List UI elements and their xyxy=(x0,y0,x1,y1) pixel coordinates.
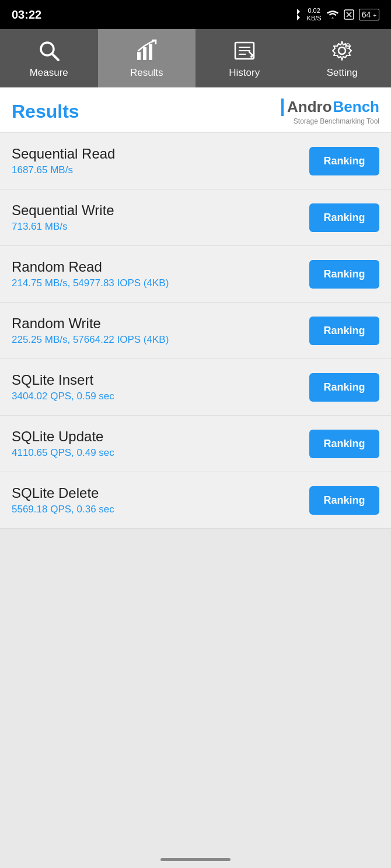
result-value: 225.25 MB/s, 57664.22 IOPS (4KB) xyxy=(12,334,309,346)
svg-rect-3 xyxy=(137,52,141,60)
tab-setting-label: Setting xyxy=(327,67,358,79)
svg-rect-5 xyxy=(149,44,152,60)
svg-line-2 xyxy=(52,54,58,60)
result-row: SQLite Update4110.65 QPS, 0.49 secRankin… xyxy=(0,416,391,472)
network-speed: 0.02KB/S xyxy=(307,7,322,22)
result-value: 713.61 MB/s xyxy=(12,221,309,233)
result-name: SQLite Insert xyxy=(12,372,309,388)
tab-history-label: History xyxy=(229,67,260,79)
ranking-button[interactable]: Ranking xyxy=(309,260,379,289)
svg-point-10 xyxy=(250,55,253,58)
tab-setting[interactable]: Setting xyxy=(294,29,392,87)
svg-point-11 xyxy=(338,47,345,54)
result-value: 4110.65 QPS, 0.49 sec xyxy=(12,447,309,459)
result-info: Random Read214.75 MB/s, 54977.83 IOPS (4… xyxy=(12,259,309,289)
measure-icon xyxy=(36,38,62,64)
bottom-indicator xyxy=(160,858,231,861)
result-info: Sequential Read1687.65 MB/s xyxy=(12,146,309,176)
result-row: Random Write225.25 MB/s, 57664.22 IOPS (… xyxy=(0,303,391,359)
ranking-button[interactable]: Ranking xyxy=(309,430,379,458)
result-name: Random Write xyxy=(12,315,309,332)
setting-icon xyxy=(329,38,355,64)
nav-tabs: Measure Results History xyxy=(0,29,391,87)
result-info: SQLite Insert3404.02 QPS, 0.59 sec xyxy=(12,372,309,402)
result-name: SQLite Delete xyxy=(12,485,309,501)
svg-rect-4 xyxy=(143,47,146,60)
results-icon xyxy=(134,38,159,64)
result-row: SQLite Insert3404.02 QPS, 0.59 secRankin… xyxy=(0,359,391,416)
battery-level: 64 + xyxy=(359,9,379,20)
result-value: 5569.18 QPS, 0.36 sec xyxy=(12,504,309,515)
tab-measure[interactable]: Measure xyxy=(0,29,98,87)
page-title: Results xyxy=(12,101,79,122)
ranking-button[interactable]: Ranking xyxy=(309,317,379,345)
result-info: SQLite Update4110.65 QPS, 0.49 sec xyxy=(12,428,309,459)
brand-logo: AndroBench Storage Benchmarking Tool xyxy=(281,98,379,125)
result-row: Sequential Read1687.65 MB/sRanking xyxy=(0,133,391,189)
result-value: 3404.02 QPS, 0.59 sec xyxy=(12,391,309,402)
brand-subtitle: Storage Benchmarking Tool xyxy=(294,117,379,125)
history-icon xyxy=(232,38,257,64)
brand-bar xyxy=(281,99,284,116)
status-bar: 03:22 0.02KB/S 64 + xyxy=(0,0,391,29)
wifi-icon xyxy=(326,9,339,20)
ranking-button[interactable]: Ranking xyxy=(309,486,379,515)
result-info: Random Write225.25 MB/s, 57664.22 IOPS (… xyxy=(12,315,309,346)
tab-results-label: Results xyxy=(130,67,163,79)
result-value: 1687.65 MB/s xyxy=(12,164,309,176)
result-info: Sequential Write713.61 MB/s xyxy=(12,202,309,233)
result-name: Sequential Read xyxy=(12,146,309,162)
bluetooth-icon xyxy=(292,8,302,21)
ranking-button[interactable]: Ranking xyxy=(309,203,379,232)
results-list: Sequential Read1687.65 MB/sRankingSequen… xyxy=(0,133,391,529)
page-header: Results AndroBench Storage Benchmarking … xyxy=(0,87,391,133)
result-name: Random Read xyxy=(12,259,309,275)
result-name: SQLite Update xyxy=(12,428,309,445)
result-info: SQLite Delete5569.18 QPS, 0.36 sec xyxy=(12,485,309,515)
result-row: Sequential Write713.61 MB/sRanking xyxy=(0,189,391,246)
ranking-button[interactable]: Ranking xyxy=(309,147,379,175)
brand-name: AndroBench xyxy=(281,98,379,116)
ranking-button[interactable]: Ranking xyxy=(309,373,379,402)
tab-measure-label: Measure xyxy=(30,67,68,79)
result-row: SQLite Delete5569.18 QPS, 0.36 secRankin… xyxy=(0,472,391,529)
x-icon xyxy=(344,9,354,20)
result-name: Sequential Write xyxy=(12,202,309,219)
result-row: Random Read214.75 MB/s, 54977.83 IOPS (4… xyxy=(0,246,391,303)
result-value: 214.75 MB/s, 54977.83 IOPS (4KB) xyxy=(12,277,309,289)
tab-history[interactable]: History xyxy=(196,29,294,87)
status-icons: 0.02KB/S 64 + xyxy=(292,7,379,22)
tab-results[interactable]: Results xyxy=(98,29,196,87)
status-time: 03:22 xyxy=(12,8,41,22)
